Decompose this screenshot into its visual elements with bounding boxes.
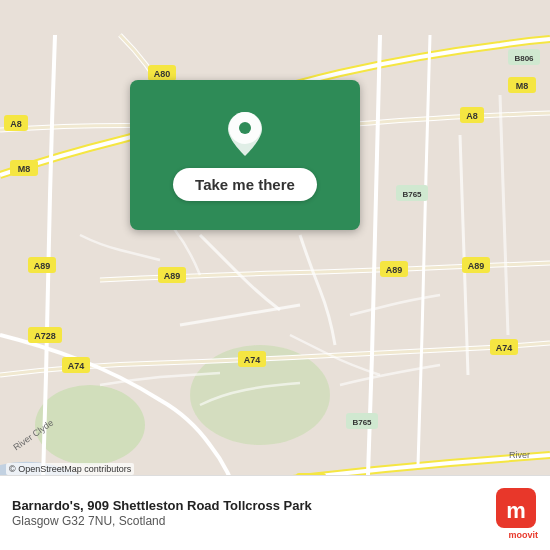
svg-text:A74: A74: [68, 361, 85, 371]
location-card: Take me there: [130, 80, 360, 230]
location-subtitle: Glasgow G32 7NU, Scotland: [12, 514, 484, 528]
location-title: Barnardo's, 909 Shettleston Road Tollcro…: [12, 498, 484, 515]
location-pin-icon: [226, 110, 264, 158]
svg-text:A8: A8: [10, 119, 22, 129]
svg-text:B765: B765: [402, 190, 422, 199]
svg-text:A728: A728: [34, 331, 56, 341]
take-me-there-button[interactable]: Take me there: [173, 168, 317, 201]
svg-text:A8: A8: [466, 111, 478, 121]
svg-text:A89: A89: [164, 271, 181, 281]
svg-text:m: m: [506, 498, 526, 523]
svg-text:B765: B765: [352, 418, 372, 427]
svg-text:A89: A89: [468, 261, 485, 271]
svg-text:M8: M8: [516, 81, 529, 91]
moovit-text: moovit: [508, 530, 538, 540]
svg-text:B806: B806: [514, 54, 534, 63]
map-container: M8 M8 A80 A8 A8 B806 A89 A89 A89 A74 A74…: [0, 0, 550, 550]
svg-point-37: [239, 122, 251, 134]
svg-text:A89: A89: [386, 265, 403, 275]
moovit-logo: m moovit: [494, 486, 538, 540]
svg-text:A80: A80: [154, 69, 171, 79]
svg-text:A74: A74: [244, 355, 261, 365]
svg-text:A89: A89: [34, 261, 51, 271]
osm-attribution: © OpenStreetMap contributors: [6, 463, 134, 475]
moovit-icon: m: [494, 486, 538, 530]
info-text: Barnardo's, 909 Shettleston Road Tollcro…: [12, 498, 484, 529]
river-label-right: River: [509, 450, 530, 460]
svg-text:M8: M8: [18, 164, 31, 174]
info-bar: Barnardo's, 909 Shettleston Road Tollcro…: [0, 475, 550, 550]
svg-text:A74: A74: [496, 343, 513, 353]
